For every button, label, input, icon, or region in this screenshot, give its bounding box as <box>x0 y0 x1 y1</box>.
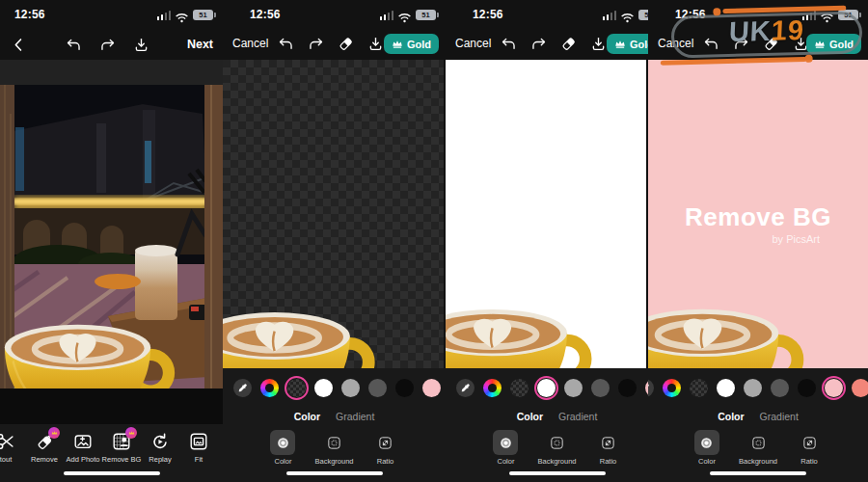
eyedropper-swatch[interactable] <box>453 376 477 400</box>
download-icon[interactable] <box>132 36 150 54</box>
fill-tabs: Color Gradient <box>223 411 446 422</box>
eraser-icon[interactable] <box>762 35 780 53</box>
bottom-tool-color[interactable]: Color <box>694 430 719 466</box>
photo-canvas[interactable] <box>0 85 223 388</box>
add-photo-icon <box>72 431 94 452</box>
salmon-swatch[interactable] <box>849 376 868 400</box>
cellular-signal-icon <box>802 11 817 20</box>
battery-icon: 51 <box>638 10 648 20</box>
bottom-tool-background[interactable]: Background <box>739 430 777 466</box>
tab-gradient[interactable]: Gradient <box>558 411 597 422</box>
night-cafe-photo <box>0 85 223 388</box>
eyedropper-swatch[interactable] <box>648 376 657 400</box>
dark-gray-swatch[interactable] <box>366 376 390 400</box>
ratio-tool-icon <box>373 430 398 455</box>
tool-tout[interactable]: tout <box>0 431 25 464</box>
tool-label: tout <box>0 455 12 464</box>
panel-editor-pink: 12:56 51 Cancel <box>648 0 868 482</box>
download-icon[interactable] <box>366 35 385 53</box>
status-bar: 12:56 51 <box>0 0 223 29</box>
bottom-tool-background[interactable]: Background <box>314 430 353 466</box>
dark-gray-swatch[interactable] <box>768 376 792 400</box>
light-gray-swatch[interactable] <box>561 376 585 400</box>
undo-icon[interactable] <box>702 35 720 53</box>
eraser-icon[interactable] <box>559 35 578 53</box>
bottom-tool-ratio[interactable]: Ratio <box>797 430 822 466</box>
tool-row: ColorBackgroundRatio <box>446 430 648 466</box>
home-indicator[interactable] <box>710 471 806 475</box>
tool-row: ColorBackgroundRatio <box>223 430 446 466</box>
eraser-icon[interactable] <box>337 35 355 53</box>
undo-icon[interactable] <box>65 36 83 54</box>
transparent-swatch[interactable] <box>507 376 531 400</box>
gold-button[interactable]: Gold <box>384 34 439 54</box>
eyedropper-swatch[interactable] <box>231 376 255 400</box>
battery-percent: 51 <box>421 11 429 19</box>
bottom-tool-ratio[interactable]: Ratio <box>596 430 621 466</box>
tab-color[interactable]: Color <box>294 411 320 422</box>
tool-label: Remove <box>31 455 58 464</box>
tool-add-photo[interactable]: Add Photo <box>64 431 102 464</box>
bottom-tool-label: Color <box>275 457 292 466</box>
panel-editor-white: 12:56 51 Cancel <box>446 0 648 482</box>
bottom-tool-background[interactable]: Background <box>537 430 576 466</box>
tab-gradient[interactable]: Gradient <box>336 411 374 422</box>
white-swatch[interactable] <box>312 376 336 400</box>
tab-gradient[interactable]: Gradient <box>760 411 799 422</box>
home-indicator[interactable] <box>286 471 383 475</box>
transparent-swatch[interactable] <box>285 376 309 400</box>
transparent-swatch[interactable] <box>687 376 711 400</box>
light-gray-swatch[interactable] <box>339 376 363 400</box>
light-pink-swatch[interactable] <box>420 376 444 400</box>
white-swatch[interactable] <box>714 376 738 400</box>
light-gray-swatch[interactable] <box>741 376 765 400</box>
bottom-tool-ratio[interactable]: Ratio <box>373 430 398 466</box>
remove-eraser-icon <box>34 431 55 452</box>
dark-gray-swatch[interactable] <box>588 376 612 400</box>
black-swatch[interactable] <box>615 376 639 400</box>
redo-icon[interactable] <box>529 35 548 53</box>
black-swatch[interactable] <box>393 376 417 400</box>
home-indicator[interactable] <box>64 471 160 475</box>
back-icon[interactable] <box>10 36 28 54</box>
gold-button[interactable]: Gold <box>806 34 861 54</box>
gold-button[interactable]: Gold <box>607 34 648 54</box>
light-pink-swatch[interactable] <box>822 376 846 400</box>
tool-fit[interactable]: Fit <box>179 431 218 464</box>
edit-canvas-pink[interactable]: Remove BG by PicsArt <box>648 60 868 368</box>
redo-icon[interactable] <box>98 36 117 54</box>
tool-remove-bg[interactable]: Remove BG <box>102 431 141 464</box>
download-icon[interactable] <box>589 35 608 53</box>
undo-icon[interactable] <box>500 35 518 53</box>
tab-color[interactable]: Color <box>517 411 543 422</box>
white-swatch[interactable] <box>534 376 558 400</box>
cancel-button[interactable]: Cancel <box>455 37 491 50</box>
replay-icon <box>149 431 171 452</box>
undo-icon[interactable] <box>277 35 295 53</box>
cancel-button[interactable]: Cancel <box>232 37 268 50</box>
gold-badge-icon <box>125 427 137 439</box>
color-wheel-swatch[interactable] <box>258 376 282 400</box>
remove-bg-icon <box>111 431 132 452</box>
tool-remove[interactable]: Remove <box>25 431 64 464</box>
redo-icon[interactable] <box>732 35 750 53</box>
wifi-icon <box>397 10 412 20</box>
color-wheel-swatch[interactable] <box>480 376 504 400</box>
next-button[interactable]: Next <box>187 38 213 51</box>
status-time: 12:56 <box>14 8 45 21</box>
tab-color[interactable]: Color <box>718 411 744 422</box>
swatch-row <box>453 376 648 400</box>
cancel-button[interactable]: Cancel <box>658 37 693 50</box>
tool-replay[interactable]: Replay <box>141 431 179 464</box>
redo-icon[interactable] <box>307 35 325 53</box>
bottom-tool-color[interactable]: Color <box>493 430 518 466</box>
edit-canvas-transparent[interactable] <box>223 60 444 368</box>
crown-icon <box>814 39 826 50</box>
bottom-tool-color[interactable]: Color <box>270 430 295 466</box>
black-swatch[interactable] <box>795 376 819 400</box>
color-wheel-swatch[interactable] <box>660 376 684 400</box>
background-tool-icon <box>746 430 771 455</box>
tool-label: Replay <box>149 455 171 464</box>
home-indicator[interactable] <box>509 471 606 475</box>
edit-canvas-white[interactable] <box>446 60 646 368</box>
